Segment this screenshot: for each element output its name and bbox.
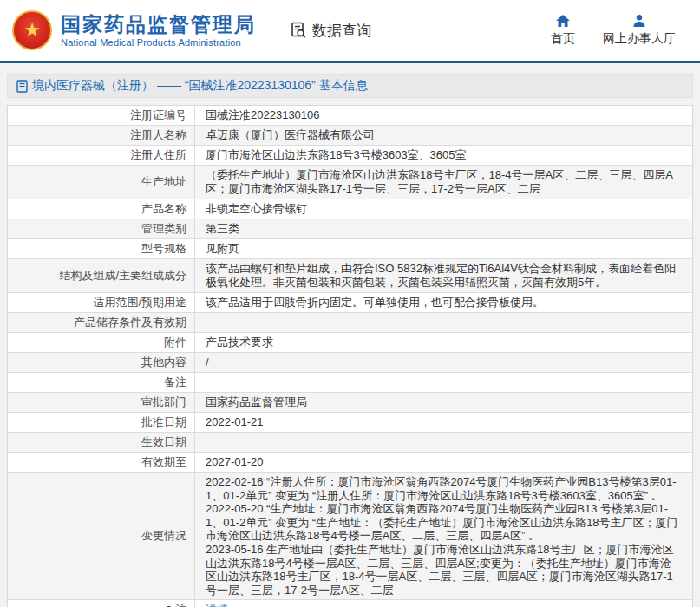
row-label: 注 xyxy=(8,600,195,607)
row-label: 注册证编号 xyxy=(8,106,195,125)
nav-home[interactable]: 首页 xyxy=(551,14,575,47)
row-value: 该产品由螺钉和垫片组成，由符合ISO 5832标准规定的Ti6Al4V钛合金材料… xyxy=(195,259,692,292)
row-label: 变更情况 xyxy=(8,473,195,599)
row-label: 注册人住所 xyxy=(8,146,195,165)
table-row: 批准日期2022-01-21 xyxy=(8,413,692,433)
home-icon xyxy=(555,14,571,28)
row-label: 批准日期 xyxy=(8,413,195,432)
row-label: 产品名称 xyxy=(8,199,195,219)
row-value: 非锁定空心接骨螺钉 xyxy=(195,199,692,219)
row-value: 卓迈康（厦门）医疗器械有限公司 xyxy=(195,126,692,145)
main-content: 境内医疗器械（注册） —— “国械注准20223130106” 基本信息 注册证… xyxy=(0,63,700,607)
national-emblem-logo: ★ xyxy=(12,10,52,50)
user-icon xyxy=(632,14,646,28)
row-label: 备注 xyxy=(8,373,195,392)
row-value: 国械注准20223130106 xyxy=(195,106,692,125)
row-value: 见附页 xyxy=(195,239,692,258)
nav-service-hall[interactable]: 网上办事大厅 xyxy=(603,14,676,47)
row-value: 国家药品监督管理局 xyxy=(195,393,692,412)
document-icon xyxy=(16,80,32,93)
site-header: ★ 国家药品监督管理局 National Medical Products Ad… xyxy=(0,0,700,61)
table-row: 变更情况2022-02-16 “注册人住所：厦门市海沧区翁角西路2074号厦门生… xyxy=(8,473,692,600)
row-label: 生效日期 xyxy=(8,433,195,452)
table-row: 型号规格见附页 xyxy=(8,239,692,259)
row-label: 附件 xyxy=(8,333,195,352)
row-label: 审批部门 xyxy=(8,393,195,412)
table-row: 有效期至2027-01-20 xyxy=(8,453,692,473)
table-row: 备注 xyxy=(8,373,692,393)
row-value: 产品技术要求 xyxy=(195,333,692,352)
row-value: 2027-01-20 xyxy=(195,453,692,472)
row-label: 型号规格 xyxy=(8,239,195,258)
row-label: 结构及组成/主要组成成分 xyxy=(8,259,195,292)
row-value: 该产品适用于四肢骨折内固定。可单独使用，也可配合接骨板使用。 xyxy=(195,293,692,312)
row-value: / xyxy=(195,353,692,372)
table-row: 结构及组成/主要组成成分该产品由螺钉和垫片组成，由符合ISO 5832标准规定的… xyxy=(8,259,692,293)
data-query-label: 数据查询 xyxy=(312,21,371,41)
row-value xyxy=(195,373,692,392)
table-row: 注册人住所厦门市海沧区山边洪东路18号3号楼3603室、3605室 xyxy=(8,146,692,166)
row-label: 适用范围/预期用途 xyxy=(8,293,195,312)
row-label: 其他内容 xyxy=(8,353,195,372)
row-value xyxy=(195,433,692,452)
data-query-nav[interactable]: 数据查询 xyxy=(289,21,371,41)
row-label: 管理类别 xyxy=(8,219,195,238)
breadcrumb: 境内医疗器械（注册） —— “国械注准20223130106” 基本信息 xyxy=(7,74,693,98)
row-value: 2022-02-16 “注册人住所：厦门市海沧区翁角西路2074号厦门生物医药产… xyxy=(195,473,692,599)
row-value: 详情 xyxy=(195,600,692,607)
row-label: 注册人名称 xyxy=(8,126,195,145)
info-table: 注册证编号国械注准20223130106注册人名称卓迈康（厦门）医疗器械有限公司… xyxy=(7,105,693,607)
table-row: 审批部门国家药品监督管理局 xyxy=(8,393,692,413)
nav-service-hall-label: 网上办事大厅 xyxy=(603,31,676,47)
page-title: 境内医疗器械（注册） —— “国械注准20223130106” 基本信息 xyxy=(32,78,368,94)
nav-home-label: 首页 xyxy=(551,31,575,47)
brand-title-en: National Medical Products Administration xyxy=(61,37,256,48)
table-row: 生产地址（委托生产地址）厦门市海沧区山边洪东路18号主厂区，18-4号一层A区、… xyxy=(8,166,692,199)
top-nav: 首页 网上办事大厅 xyxy=(551,14,684,47)
row-value xyxy=(195,313,692,332)
table-row: 注册人名称卓迈康（厦门）医疗器械有限公司 xyxy=(8,126,692,146)
detail-link[interactable]: 详情 xyxy=(206,603,682,607)
table-row: 附件产品技术要求 xyxy=(8,333,692,353)
table-row: 其他内容/ xyxy=(8,353,692,373)
row-label: 产品储存条件及有效期 xyxy=(8,313,195,332)
table-row: 产品名称非锁定空心接骨螺钉 xyxy=(8,199,692,219)
row-value: （委托生产地址）厦门市海沧区山边洪东路18号主厂区，18-4号一层A区、二层、三… xyxy=(195,166,692,199)
row-value: 第三类 xyxy=(195,219,692,238)
brand-title-cn: 国家药品监督管理局 xyxy=(61,13,256,36)
table-row: 管理类别第三类 xyxy=(8,219,692,239)
table-row: 生效日期 xyxy=(8,433,692,453)
row-label: 生产地址 xyxy=(8,166,195,199)
row-value: 2022-01-21 xyxy=(195,413,692,432)
brand-block: 国家药品监督管理局 National Medical Products Admi… xyxy=(61,13,256,48)
table-row: 注详情 xyxy=(8,600,692,607)
table-row: 适用范围/预期用途该产品适用于四肢骨折内固定。可单独使用，也可配合接骨板使用。 xyxy=(8,293,692,313)
table-row: 注册证编号国械注准20223130106 xyxy=(8,106,692,126)
document-search-icon xyxy=(289,21,312,40)
row-label: 有效期至 xyxy=(8,453,195,472)
table-row: 产品储存条件及有效期 xyxy=(8,313,692,333)
row-value: 厦门市海沧区山边洪东路18号3号楼3603室、3605室 xyxy=(195,146,692,165)
